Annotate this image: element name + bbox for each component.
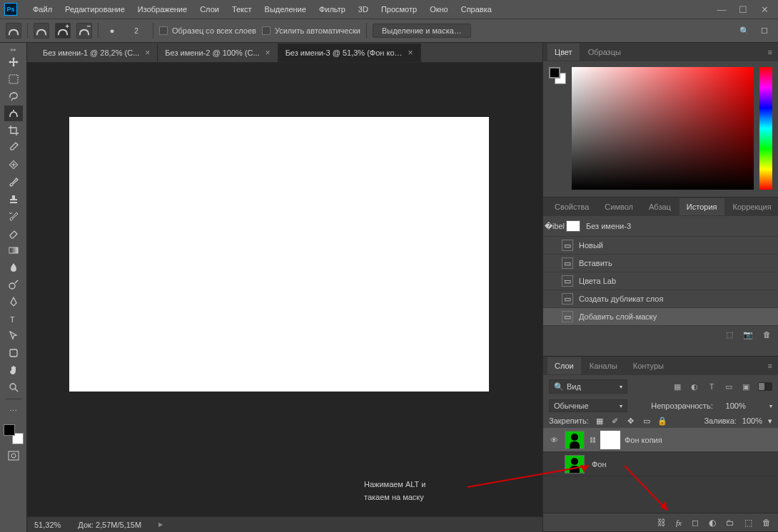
layer-mask-thumbnail[interactable] bbox=[600, 431, 620, 449]
add-mask-icon[interactable]: ◻ bbox=[692, 518, 699, 528]
quick-mask-mode[interactable] bbox=[4, 449, 23, 463]
menu-layer[interactable]: Слои bbox=[194, 2, 225, 16]
close-button[interactable]: ✕ bbox=[755, 3, 774, 16]
menu-edit[interactable]: Редактирование bbox=[59, 2, 131, 16]
layer-filter-type[interactable]: 🔍Вид▾ bbox=[549, 379, 627, 394]
zoom-level[interactable]: 51,32% bbox=[34, 521, 61, 529]
color-fg-bg[interactable] bbox=[549, 67, 566, 191]
tab-adjustments[interactable]: Коррекция bbox=[726, 198, 778, 215]
group-icon[interactable]: 🗀 bbox=[726, 518, 734, 528]
dodge-tool[interactable] bbox=[4, 277, 23, 292]
canvas-area[interactable] bbox=[27, 63, 542, 516]
filter-pixel-icon[interactable]: ▦ bbox=[672, 382, 682, 392]
toolbar-expand[interactable]: ▸▸ bbox=[1, 46, 26, 53]
color-swatches[interactable] bbox=[4, 424, 24, 444]
marquee-tool[interactable] bbox=[4, 71, 23, 87]
tab-properties[interactable]: Свойства bbox=[547, 198, 596, 215]
search-icon[interactable]: 🔍 bbox=[737, 23, 752, 39]
history-item[interactable]: ▭Добавить слой-маску bbox=[543, 308, 778, 326]
tab-channels[interactable]: Каналы bbox=[582, 357, 625, 374]
history-item[interactable]: ▭Новый bbox=[543, 237, 778, 255]
move-tool[interactable] bbox=[4, 54, 23, 70]
delete-layer-icon[interactable]: 🗑 bbox=[762, 518, 771, 528]
delete-icon[interactable]: 🗑 bbox=[763, 330, 771, 339]
lock-position-icon[interactable]: ✥ bbox=[626, 416, 636, 426]
filter-toggle[interactable] bbox=[758, 382, 772, 391]
auto-enhance-checkbox[interactable]: Усилить автоматически bbox=[262, 26, 360, 35]
history-item[interactable]: ▭Создать дубликат слоя bbox=[543, 290, 778, 308]
layer-name[interactable]: Фон bbox=[592, 460, 607, 469]
path-select-tool[interactable] bbox=[4, 328, 23, 344]
mask-link-icon[interactable]: ⛓ bbox=[589, 436, 596, 444]
visibility-icon[interactable]: 👁 bbox=[547, 436, 560, 444]
tab-history[interactable]: История bbox=[680, 198, 724, 215]
layer-thumbnail[interactable] bbox=[565, 455, 585, 474]
edit-toolbar[interactable]: ⋯ bbox=[4, 403, 23, 419]
status-arrow-icon[interactable]: ▶ bbox=[158, 521, 163, 528]
hand-tool[interactable] bbox=[4, 362, 23, 378]
history-document-header[interactable]: �ibel Без имени-3 bbox=[543, 216, 778, 237]
menu-3d[interactable]: 3D bbox=[353, 2, 374, 16]
create-doc-icon[interactable]: ⬚ bbox=[726, 330, 733, 339]
link-layers-icon[interactable]: ⛓ bbox=[657, 518, 666, 528]
menu-window[interactable]: Окно bbox=[424, 2, 454, 16]
new-selection-icon[interactable] bbox=[34, 23, 49, 39]
opacity-value[interactable]: 100% bbox=[717, 401, 746, 410]
filter-adjust-icon[interactable]: ◐ bbox=[689, 382, 699, 392]
eyedropper-tool[interactable] bbox=[4, 140, 23, 155]
menu-select[interactable]: Выделение bbox=[259, 2, 312, 16]
layer-name[interactable]: Фон копия bbox=[625, 436, 662, 444]
menu-image[interactable]: Изображение bbox=[132, 2, 193, 16]
subtract-selection-icon[interactable] bbox=[76, 23, 92, 39]
minimize-button[interactable]: — bbox=[712, 3, 731, 16]
history-item[interactable]: ▭Цвета Lab bbox=[543, 272, 778, 290]
tab-paths[interactable]: Контуры bbox=[626, 357, 671, 374]
fill-value[interactable]: 100% bbox=[742, 416, 762, 425]
new-layer-icon[interactable]: ⬚ bbox=[744, 518, 752, 528]
tool-preset-icon[interactable] bbox=[6, 23, 21, 39]
history-item[interactable]: ▭Вставить bbox=[543, 255, 778, 272]
panel-menu-icon[interactable]: ≡ bbox=[762, 45, 778, 59]
panel-menu-icon[interactable]: ≡ bbox=[762, 359, 778, 373]
blur-tool[interactable] bbox=[4, 260, 23, 275]
tab-layers[interactable]: Слои bbox=[547, 357, 581, 374]
chevron-down-icon[interactable]: ▾ bbox=[768, 416, 772, 426]
layer-row[interactable]: 👁 ⛓ Фон копия bbox=[543, 428, 778, 452]
workspace-icon[interactable]: ☐ bbox=[757, 23, 772, 39]
brush-size-value[interactable]: 2 bbox=[126, 24, 147, 37]
lock-transparent-icon[interactable]: ▦ bbox=[595, 416, 605, 426]
stamp-tool[interactable] bbox=[4, 191, 23, 207]
document-tab-3[interactable]: Без имени-3 @ 51,3% (Фон копия, Слой-мас… bbox=[278, 44, 421, 62]
menu-filter[interactable]: Фильтр bbox=[313, 2, 351, 16]
filter-smart-icon[interactable]: ▣ bbox=[741, 382, 751, 392]
lasso-tool[interactable] bbox=[4, 88, 23, 104]
doc-size[interactable]: Док: 2,57M/5,15M bbox=[78, 521, 141, 529]
zoom-tool[interactable] bbox=[4, 379, 23, 395]
chevron-down-icon[interactable]: ▾ bbox=[769, 403, 772, 409]
lock-artboard-icon[interactable]: ▭ bbox=[642, 416, 652, 426]
lock-pixels-icon[interactable]: ✐ bbox=[610, 416, 620, 426]
hue-slider[interactable] bbox=[759, 67, 772, 190]
close-icon[interactable]: × bbox=[266, 48, 271, 58]
close-icon[interactable]: × bbox=[145, 48, 150, 58]
close-icon[interactable]: × bbox=[408, 48, 413, 58]
tab-swatches[interactable]: Образцы bbox=[581, 44, 628, 61]
adjustment-layer-icon[interactable]: ◐ bbox=[709, 518, 716, 528]
lock-all-icon[interactable]: 🔒 bbox=[657, 416, 667, 426]
type-tool[interactable]: T bbox=[4, 311, 23, 327]
menu-view[interactable]: Просмотр bbox=[375, 2, 423, 16]
layer-fx-icon[interactable]: fx bbox=[676, 518, 682, 528]
pen-tool[interactable] bbox=[4, 294, 23, 310]
snapshot-icon[interactable]: 📷 bbox=[743, 330, 753, 339]
blend-mode-select[interactable]: Обычные▾ bbox=[549, 399, 627, 412]
document-tab-2[interactable]: Без имени-2 @ 100% (С...× bbox=[158, 44, 278, 62]
healing-tool[interactable] bbox=[4, 157, 23, 173]
eraser-tool[interactable] bbox=[4, 225, 23, 241]
brush-preview-icon[interactable]: ● bbox=[104, 23, 120, 39]
quick-select-tool[interactable] bbox=[4, 106, 23, 121]
layer-row[interactable]: Фон bbox=[543, 452, 778, 476]
brush-tool[interactable] bbox=[4, 174, 23, 190]
canvas[interactable] bbox=[69, 117, 489, 392]
shape-tool[interactable] bbox=[4, 345, 23, 361]
menu-file[interactable]: Файл bbox=[27, 2, 58, 16]
